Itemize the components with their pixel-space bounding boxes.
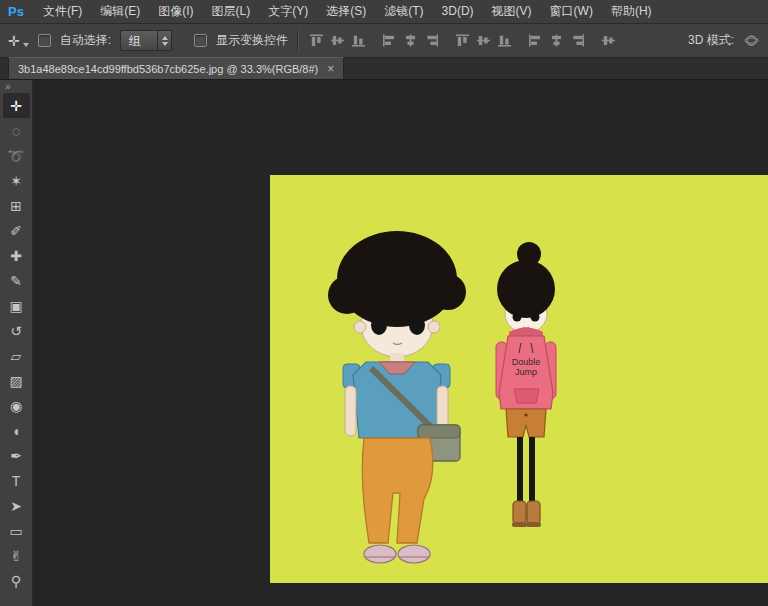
dropdown-spinner-icon[interactable] bbox=[157, 31, 171, 50]
align-icon-groups bbox=[308, 33, 617, 48]
menu-item-7[interactable]: 滤镜(T) bbox=[375, 0, 432, 23]
distribute-right-edges-icon[interactable] bbox=[569, 33, 586, 48]
auto-select-target-dropdown[interactable]: 组 bbox=[120, 30, 172, 51]
clone-stamp-tool[interactable]: ▣ bbox=[3, 293, 30, 318]
divider bbox=[297, 30, 299, 52]
menu-item-9[interactable]: 视图(V) bbox=[483, 0, 541, 23]
menu-item-1[interactable]: 文件(F) bbox=[34, 0, 91, 23]
menu-item-4[interactable]: 图层(L) bbox=[203, 0, 260, 23]
auto-select-checkbox[interactable] bbox=[38, 34, 51, 47]
marquee-tool[interactable]: ◌ bbox=[3, 118, 30, 143]
align-horizontal-centers-icon[interactable] bbox=[402, 33, 419, 48]
distribute-top-edges-icon[interactable] bbox=[454, 33, 471, 48]
pen-tool[interactable]: ✒ bbox=[3, 443, 30, 468]
menu-items: 文件(F)编辑(E)图像(I)图层(L)文字(Y)选择(S)滤镜(T)3D(D)… bbox=[34, 0, 661, 23]
current-tool-chip[interactable]: ✛ bbox=[8, 33, 29, 49]
quick-selection-tool[interactable]: ✶ bbox=[3, 168, 30, 193]
move-tool[interactable]: ✛ bbox=[3, 93, 30, 118]
menu-item-8[interactable]: 3D(D) bbox=[433, 0, 483, 23]
open-document-image[interactable]: Double Jump bbox=[270, 175, 768, 583]
hand-tool[interactable]: ✌ bbox=[3, 543, 30, 568]
menu-item-3[interactable]: 图像(I) bbox=[149, 0, 202, 23]
zoom-tool[interactable]: ⚲ bbox=[3, 568, 30, 593]
photoshop-window: { "app": { "logo": "Ps", "menus": ["文件(F… bbox=[0, 0, 768, 606]
show-transform-checkbox[interactable] bbox=[194, 34, 207, 47]
brush-tool[interactable]: ✎ bbox=[3, 268, 30, 293]
tools-panel: » ✛◌➰✶⊞✐✚✎▣↺▱▨◉◖✒T➤▭✌⚲ bbox=[0, 80, 33, 606]
menu-bar: Ps 文件(F)编辑(E)图像(I)图层(L)文字(Y)选择(S)滤镜(T)3D… bbox=[0, 0, 768, 24]
menu-item-11[interactable]: 帮助(H) bbox=[602, 0, 661, 23]
document-tab-strip: 3b1a48e89ce14cd99ffbd536b7cb625e.jpg @ 3… bbox=[0, 58, 768, 80]
3d-mode-label: 3D 模式: bbox=[688, 32, 734, 49]
auto-select-label: 自动选择: bbox=[60, 32, 111, 49]
photoshop-logo: Ps bbox=[0, 4, 34, 19]
menu-item-6[interactable]: 选择(S) bbox=[317, 0, 375, 23]
dodge-tool[interactable]: ◖ bbox=[3, 418, 30, 443]
lasso-tool[interactable]: ➰ bbox=[3, 143, 30, 168]
artwork-characters: Double Jump bbox=[270, 175, 768, 583]
align-vertical-centers-icon[interactable] bbox=[329, 33, 346, 48]
tab-close-icon[interactable]: × bbox=[327, 62, 334, 76]
eyedropper-tool[interactable]: ✐ bbox=[3, 218, 30, 243]
align-top-edges-icon[interactable] bbox=[308, 33, 325, 48]
auto-align-layers-icon[interactable] bbox=[600, 33, 617, 48]
distribute-left-edges-icon[interactable] bbox=[527, 33, 544, 48]
healing-brush-tool[interactable]: ✚ bbox=[3, 243, 30, 268]
tool-options-bar: ✛ 自动选择: 组 显示变换控件 3D 模式: bbox=[0, 24, 768, 58]
distribute-vertical-centers-icon[interactable] bbox=[475, 33, 492, 48]
align-bottom-edges-icon[interactable] bbox=[350, 33, 367, 48]
eraser-tool[interactable]: ▱ bbox=[3, 343, 30, 368]
align-left-edges-icon[interactable] bbox=[381, 33, 398, 48]
girl-character: Double Jump bbox=[496, 242, 556, 527]
document-tab[interactable]: 3b1a48e89ce14cd99ffbd536b7cb625e.jpg @ 3… bbox=[8, 57, 344, 79]
hoodie-text-line1: Double bbox=[512, 357, 541, 367]
crop-tool[interactable]: ⊞ bbox=[3, 193, 30, 218]
menu-item-2[interactable]: 编辑(E) bbox=[91, 0, 149, 23]
distribute-horizontal-centers-icon[interactable] bbox=[548, 33, 565, 48]
document-tab-title: 3b1a48e89ce14cd99ffbd536b7cb625e.jpg @ 3… bbox=[18, 63, 318, 75]
hoodie-text-line2: Jump bbox=[515, 367, 537, 377]
blur-tool[interactable]: ◉ bbox=[3, 393, 30, 418]
chevron-down-icon bbox=[23, 43, 29, 47]
main-area: » ✛◌➰✶⊞✐✚✎▣↺▱▨◉◖✒T➤▭✌⚲ bbox=[0, 80, 768, 606]
menu-item-5[interactable]: 文字(Y) bbox=[259, 0, 317, 23]
tool-list: ✛◌➰✶⊞✐✚✎▣↺▱▨◉◖✒T➤▭✌⚲ bbox=[3, 93, 30, 593]
panel-collapse-icon[interactable]: » bbox=[0, 80, 11, 93]
type-tool[interactable]: T bbox=[3, 468, 30, 493]
distribute-bottom-edges-icon[interactable] bbox=[496, 33, 513, 48]
shape-tool[interactable]: ▭ bbox=[3, 518, 30, 543]
gradient-tool[interactable]: ▨ bbox=[3, 368, 30, 393]
menu-item-10[interactable]: 窗口(W) bbox=[541, 0, 602, 23]
path-selection-tool[interactable]: ➤ bbox=[3, 493, 30, 518]
move-tool-icon: ✛ bbox=[8, 33, 20, 49]
boy-character bbox=[328, 231, 466, 563]
canvas-workspace[interactable]: Double Jump bbox=[33, 80, 768, 606]
auto-select-target-value: 组 bbox=[121, 31, 157, 50]
align-right-edges-icon[interactable] bbox=[423, 33, 440, 48]
3d-orbit-icon[interactable] bbox=[743, 33, 760, 48]
history-brush-tool[interactable]: ↺ bbox=[3, 318, 30, 343]
show-transform-label: 显示变换控件 bbox=[216, 32, 288, 49]
